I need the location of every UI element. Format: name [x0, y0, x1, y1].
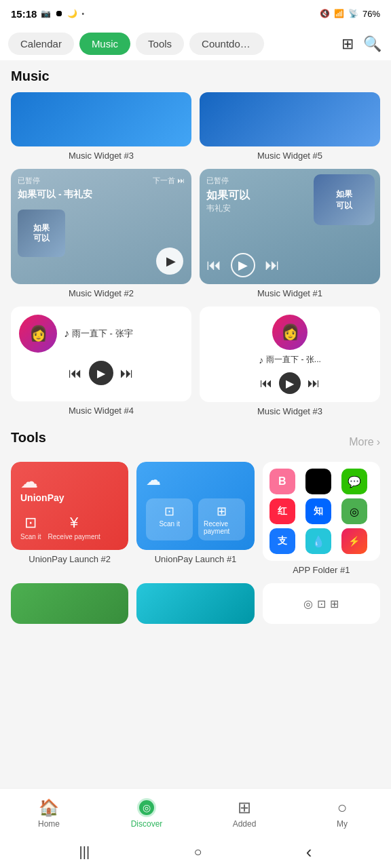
app-wechat: 💬 [341, 469, 367, 494]
added-icon: ⊞ [238, 798, 251, 817]
tab-calendar[interactable]: Calendar [8, 33, 74, 55]
home-icon: 🏠 [39, 798, 59, 817]
widget4-prev[interactable]: ⏮ [69, 366, 82, 381]
widget2-top-info: 已暂停 下一首 ⏭ [18, 176, 185, 186]
unionpay1-scan: ⊡ Scan it [146, 498, 193, 540]
tools-bottom-row: ◎ ⊡ ⊞ [11, 583, 380, 624]
music-bottom-row: 👩 ♪ 雨一直下 - 张宇 ⏮ ▶ ⏭ Music Widget #4 [11, 307, 380, 416]
scan-icon2: ⊡ [164, 504, 174, 519]
tool-unionpay1[interactable]: ☁ ⊡ Scan it ⊞ Receive payment UnionPa [136, 462, 254, 575]
peek-icon1: ◎ [303, 597, 313, 610]
status-time: 15:18 📷 ⏺ 🌙 • [11, 8, 84, 20]
app-zhihu: 知 [305, 498, 331, 524]
unionpay2-name: UnionPay [20, 492, 64, 503]
appfolder1-label: APP Folder #1 [263, 565, 380, 575]
tool-peek-3[interactable]: ◎ ⊡ ⊞ [263, 583, 380, 624]
more-label: More [349, 436, 373, 448]
unionpay2-scan: ⊡ Scan it [20, 514, 41, 540]
nav-home[interactable]: 🏠 Home [0, 798, 98, 829]
widget4-next[interactable]: ⏭ [120, 366, 134, 381]
receive-label2: Receive payment [204, 520, 240, 535]
widget1-cover-text: 如果可以 [333, 186, 355, 214]
tool-appfolder1[interactable]: B ♪ 💬 红 知 ◎ 支 💧 ⚡ APP Folder #1 [263, 462, 380, 575]
avatar-emoji-3b: 👩 [281, 323, 299, 341]
music-widget-4[interactable]: 👩 ♪ 雨一直下 - 张宇 ⏮ ▶ ⏭ Music Widget #4 [11, 307, 191, 416]
my-label: My [337, 819, 348, 829]
widget4-controls: ⏮ ▶ ⏭ [19, 361, 183, 385]
nav-discover[interactable]: ◎ Discover [98, 798, 196, 829]
sys-menu-btn[interactable]: ||| [79, 844, 90, 860]
widget4-song: ♪ 雨一直下 - 张宇 [64, 328, 183, 340]
widget2-next: 下一首 ⏭ [153, 176, 185, 186]
unionpay2-actions: ⊡ Scan it ¥ Receive payment [20, 514, 100, 540]
app-folder-grid: B ♪ 💬 红 知 ◎ 支 💧 ⚡ [263, 462, 380, 561]
widget3b-avatar: 👩 [272, 315, 308, 350]
tab-tools[interactable]: Tools [136, 33, 184, 55]
nav-added[interactable]: ⊞ Added [196, 798, 293, 829]
music-section-title: Music [11, 68, 380, 84]
search-icon[interactable]: 🔍 [362, 34, 383, 54]
main-content: Music Music Widget #3 Music Widget #5 已暂… [0, 60, 391, 788]
widget3b-prev[interactable]: ⏮ [260, 376, 272, 391]
my-icon: ○ [337, 798, 348, 817]
app-tiktok: ♪ [305, 469, 331, 494]
unionpay1-receive: ⊞ Receive payment [198, 498, 245, 540]
app-alipay: 支 [269, 528, 295, 554]
widget4-song-text: 雨一直下 - 张宇 [72, 328, 133, 340]
widget3b-play[interactable]: ▶ [279, 372, 301, 394]
widget-3-label: Music Widget #3 [11, 151, 191, 161]
bottom-nav: 🏠 Home ◎ Discover ⊞ Added ○ My [0, 788, 391, 835]
widget4-avatar: 👩 [19, 315, 57, 353]
music-mid-row: 已暂停 下一首 ⏭ 如果可以 - 韦礼安 如果可以 ▶ Music Widget… [11, 169, 380, 298]
status-bar: 15:18 📷 ⏺ 🌙 • 🔇 📶 📡 76% [0, 0, 391, 27]
tab-music[interactable]: Music [79, 33, 130, 55]
app-bilibili: B [269, 469, 295, 494]
app-xiaohongshu: 红 [269, 498, 295, 524]
widget4-main: 👩 ♪ 雨一直下 - 张宇 [19, 315, 183, 353]
music-widget-5-banner[interactable]: Music Widget #5 [200, 92, 380, 161]
scan-icon: ⊡ [24, 514, 37, 532]
tool-unionpay2[interactable]: ☁ UnionPay ⊡ Scan it ¥ Receive payment [11, 462, 128, 575]
battery-level: 76% [362, 9, 380, 19]
status-icons: 🔇 📶 📡 76% [320, 9, 380, 19]
widget1-play-btn[interactable]: ▶ [231, 253, 255, 277]
nav-my[interactable]: ○ My [293, 798, 391, 829]
unionpay2-receive: ¥ Receive payment [48, 514, 100, 540]
sys-home-btn[interactable]: ○ [193, 844, 202, 860]
widget3b-next[interactable]: ⏭ [308, 376, 320, 391]
widget-1-label: Music Widget #1 [200, 288, 380, 298]
music-widget-1[interactable]: 如果可以 已暂停 如果可以 韦礼安 ⏮ ▶ ⏭ Music Widget #1 [200, 169, 380, 298]
more-button[interactable]: More › [349, 436, 380, 448]
music-widget-3-banner[interactable]: Music Widget #3 [11, 92, 191, 161]
widget2-status: 已暂停 [18, 176, 40, 186]
music-widget-2[interactable]: 已暂停 下一首 ⏭ 如果可以 - 韦礼安 如果可以 ▶ Music Widget… [11, 169, 191, 298]
widget1-next-btn[interactable]: ⏭ [265, 256, 280, 274]
widget-4-label: Music Widget #4 [11, 406, 191, 416]
widget-2-label: Music Widget #2 [11, 288, 191, 298]
widget1-prev-btn[interactable]: ⏮ [206, 256, 221, 274]
sys-back-btn[interactable]: ‹ [306, 842, 312, 863]
tab-countdown[interactable]: Countdown [189, 33, 264, 55]
scan-label2: Scan it [159, 520, 180, 528]
tool-peek-2[interactable] [136, 583, 254, 624]
widget-5-label: Music Widget #5 [200, 151, 380, 161]
widget3b-song: ♪ 雨一直下 - 张... [259, 354, 321, 366]
widget2-cover: 如果可以 [31, 220, 52, 245]
unionpay1-top: ☁ [146, 471, 161, 489]
tools-section-title: Tools [11, 430, 46, 446]
system-nav-bar: ||| ○ ‹ [0, 835, 391, 868]
widget-3b-label: Music Widget #3 [200, 406, 380, 416]
receive-label: Receive payment [48, 533, 100, 540]
widget4-play[interactable]: ▶ [89, 361, 113, 385]
discover-label: Discover [131, 819, 163, 829]
unionpay1-actions: ⊡ Scan it ⊞ Receive payment [146, 498, 244, 540]
unionpay2-top: ☁ UnionPay [20, 471, 64, 503]
widget2-play-btn[interactable]: ▶ [156, 248, 183, 275]
tools-grid: ☁ UnionPay ⊡ Scan it ¥ Receive payment [11, 462, 380, 575]
tool-peek-1[interactable] [11, 583, 128, 624]
peek-icon3: ⊞ [330, 597, 339, 610]
peek-icon2: ⊡ [317, 597, 326, 610]
grid-icon[interactable]: ⊞ [340, 34, 355, 54]
widget3b-controls: ⏮ ▶ ⏭ [260, 372, 320, 394]
music-widget-3b[interactable]: 👩 ♪ 雨一直下 - 张... ⏮ ▶ ⏭ Music Widget #3 [200, 307, 380, 416]
